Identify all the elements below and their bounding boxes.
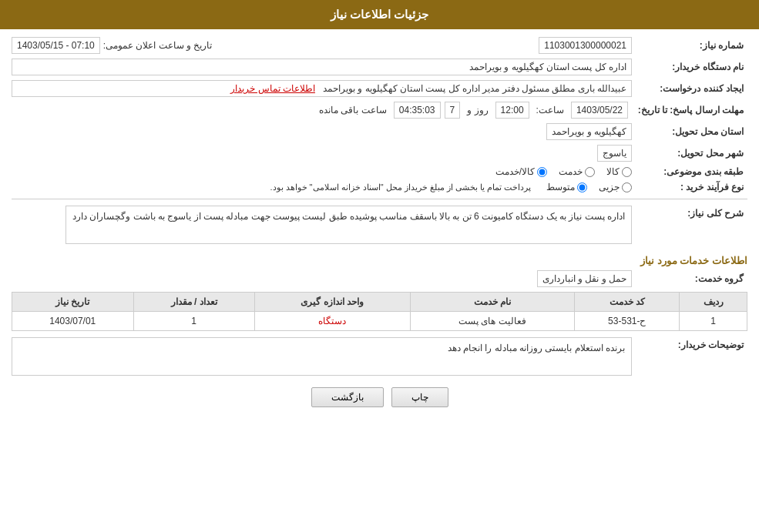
creator-value: عبیدالله باری مطلق مسئول دفتر مدیر اداره… (12, 80, 632, 97)
purchase-jozi-label: جزیی (599, 182, 620, 192)
category-radio-both-input[interactable] (537, 167, 547, 177)
services-table: ردیف کد خدمت نام خدمت واحد اندازه گیری ت… (12, 292, 747, 331)
service-group-label: گروه خدمت: (632, 273, 747, 284)
city-value: یاسوج (597, 145, 632, 162)
category-khedmat-label: خدمت (559, 166, 583, 177)
deadline-time-label: ساعت: (533, 105, 567, 115)
deadline-days: 7 (445, 102, 461, 119)
service-group-value: حمل و نقل و انبارداری (537, 270, 632, 287)
category-both-label: کالا/خدمت (495, 166, 535, 177)
province-value: کهگیلویه و بویراحمد (546, 123, 632, 140)
buyer-org-label: نام دستگاه خریدار: (632, 62, 747, 72)
purchase-motavasset-label: متوسط (546, 182, 575, 192)
category-radio-group: کالا خدمت کالا/خدمت (495, 166, 632, 177)
category-row: طبقه بندی موضوعی: کالا خدمت کالا/خدمت (12, 166, 747, 177)
category-kala-label: کالا (606, 166, 620, 177)
purchase-jozi-input[interactable] (622, 182, 632, 192)
purchase-type-radio-group: جزیی متوسط (546, 182, 632, 192)
purchase-motavasset[interactable]: متوسط (546, 182, 587, 192)
print-button[interactable]: چاپ (391, 387, 448, 407)
purchase-type-label: نوع فرآیند خرید : (632, 182, 747, 192)
cell-unit: دستگاه (254, 312, 410, 331)
announce-value: 1403/05/15 - 07:10 (12, 37, 100, 54)
need-number-label: شماره نیاز: (632, 40, 747, 51)
announce-label: تاریخ و ساعت اعلان عمومی: (100, 40, 216, 51)
category-radio-kala[interactable]: کالا (606, 166, 632, 177)
cell-service-name: فعالیت های پست (410, 312, 575, 331)
col-service-name: نام خدمت (410, 293, 575, 312)
category-radio-khedmat-input[interactable] (585, 167, 595, 177)
province-label: استان محل تحویل: (632, 126, 747, 137)
col-qty: تعداد / مقدار (133, 293, 254, 312)
purchase-type-row: نوع فرآیند خرید : جزیی متوسط پرداخت تمام… (12, 182, 747, 192)
remaining-time: 04:35:03 (394, 102, 441, 119)
deadline-time: 12:00 (495, 102, 529, 119)
city-label: شهر محل تحویل: (632, 148, 747, 159)
need-number-value: 1103001300000021 (539, 37, 632, 54)
cell-service-code: ح-531-53 (575, 312, 680, 331)
remaining-label: ساعت باقی مانده (316, 105, 390, 115)
city-row: شهر محل تحویل: یاسوج (12, 145, 747, 162)
category-radio-kala-input[interactable] (622, 167, 632, 177)
contact-info-link[interactable]: اطلاعات تماس خریدار (230, 83, 315, 94)
buyer-desc-value: برنده استعلام بایستی روزانه مبادله را ان… (12, 337, 632, 376)
page-header: جزئیات اطلاعات نیاز (0, 0, 759, 29)
deadline-row: مهلت ارسال پاسخ: تا تاریخ: 1403/05/22 سا… (12, 102, 747, 119)
deadline-day-label: روز و (464, 105, 491, 115)
need-desc-row: شرح کلی نیاز: اداره پست نیاز به یک دستگا… (12, 206, 747, 249)
back-button[interactable]: بازگشت (311, 387, 384, 407)
service-info-header: اطلاعات خدمات مورد نیاز (12, 255, 747, 266)
deadline-date: 1403/05/22 (571, 102, 628, 119)
buyer-desc-label: توضیحات خریدار: (632, 337, 747, 350)
buyer-org-value: اداره کل پست استان کهگیلویه و بویراحمد (12, 59, 632, 75)
divider-1 (12, 199, 747, 199)
col-row-num: ردیف (680, 293, 747, 312)
creator-row: ایجاد کننده درخواست: عبیدالله باری مطلق … (12, 80, 747, 97)
button-row: بازگشت چاپ (12, 387, 747, 407)
cell-row-num: 1 (680, 312, 747, 331)
cell-qty: 1 (133, 312, 254, 331)
category-label: طبقه بندی موضوعی: (632, 166, 747, 177)
buyer-org-row: نام دستگاه خریدار: اداره کل پست استان که… (12, 59, 747, 75)
col-service-code: کد خدمت (575, 293, 680, 312)
need-number-row: شماره نیاز: 1103001300000021 تاریخ و ساع… (12, 37, 747, 54)
page-title: جزئیات اطلاعات نیاز (331, 8, 428, 21)
need-desc-value: اداره پست نیاز به یک دستگاه کامیونت 6 تن… (65, 206, 632, 244)
buyer-desc-row: توضیحات خریدار: برنده استعلام بایستی روز… (12, 337, 747, 376)
purchase-jozi[interactable]: جزیی (599, 182, 632, 192)
need-desc-label: شرح کلی نیاز: (632, 206, 747, 219)
col-unit: واحد اندازه گیری (254, 293, 410, 312)
table-row: 1 ح-531-53 فعالیت های پست دستگاه 1 1403/… (12, 312, 747, 331)
province-row: استان محل تحویل: کهگیلویه و بویراحمد (12, 123, 747, 140)
table-header-row: ردیف کد خدمت نام خدمت واحد اندازه گیری ت… (12, 293, 747, 312)
creator-label: ایجاد کننده درخواست: (632, 83, 747, 94)
purchase-motavasset-input[interactable] (577, 182, 587, 192)
col-date: تاریخ نیاز (12, 293, 134, 312)
category-radio-both[interactable]: کالا/خدمت (495, 166, 547, 177)
deadline-label: مهلت ارسال پاسخ: تا تاریخ: (632, 105, 747, 115)
service-group-row: گروه خدمت: حمل و نقل و انبارداری (12, 270, 747, 287)
category-radio-khedmat[interactable]: خدمت (559, 166, 595, 177)
purchase-note: پرداخت تمام یا بخشی از مبلغ خریداز محل "… (270, 182, 531, 192)
cell-date: 1403/07/01 (12, 312, 134, 331)
